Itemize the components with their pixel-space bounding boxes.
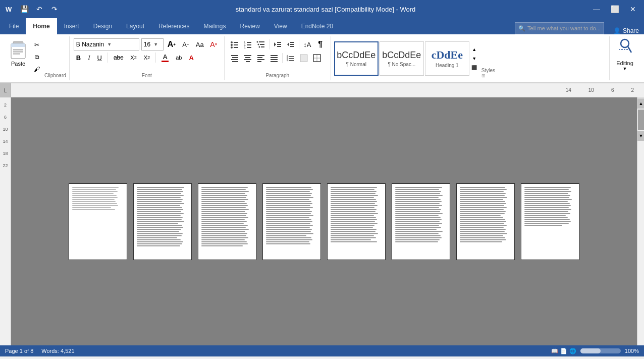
tab-file[interactable]: File <box>2 18 26 34</box>
page-6-content <box>395 187 447 242</box>
cut-button[interactable]: ✂ <box>31 39 42 50</box>
style-normal-label: ¶ Normal <box>346 62 366 67</box>
multilevel-button[interactable] <box>255 38 267 50</box>
shading-button[interactable] <box>298 52 310 64</box>
ruler-num-14: 14 <box>566 87 571 93</box>
pages-container[interactable] <box>11 97 637 345</box>
show-hide-button[interactable]: ¶ <box>314 38 327 50</box>
superscript-button[interactable]: X2 <box>141 52 152 63</box>
page-6 <box>392 183 450 260</box>
align-right-button[interactable] <box>229 52 241 64</box>
word-count: Words: 4,521 <box>41 348 74 354</box>
undo-button[interactable]: ↶ <box>32 2 46 16</box>
decrease-indent-button[interactable] <box>272 38 284 50</box>
style-heading1-preview: cDdEe <box>432 48 463 62</box>
svg-rect-33 <box>290 46 294 47</box>
svg-marker-30 <box>287 42 289 46</box>
font-shrink-button[interactable]: A− <box>180 38 192 50</box>
paste-button[interactable]: Paste <box>7 38 29 68</box>
justify-button[interactable] <box>268 52 280 64</box>
page-4 <box>262 183 321 260</box>
style-no-spacing[interactable]: bCcDdEe ¶ No Spac... <box>380 41 424 76</box>
increase-indent-button[interactable] <box>285 38 297 50</box>
tab-view[interactable]: View <box>267 18 294 34</box>
bold-button[interactable]: B <box>74 52 83 63</box>
styles-scroll-down[interactable]: ▼ <box>470 55 478 63</box>
view-read-button[interactable]: 📖 <box>551 348 558 354</box>
tell-me-text: Tell me what you want to do... <box>527 25 601 31</box>
tell-me-search[interactable]: 🔍 Tell me what you want to do... <box>515 22 604 34</box>
svg-rect-39 <box>245 57 250 58</box>
change-case-button[interactable]: Aa <box>194 38 206 50</box>
clipboard-section: Paste ✂ ⧉ 🖌 Clipboard <box>4 36 70 80</box>
font-grow-button[interactable]: A+ <box>166 38 178 50</box>
editing-button[interactable]: Editing ▼ <box>616 38 633 71</box>
strikethrough-button[interactable]: abc <box>111 52 126 63</box>
svg-point-58 <box>621 39 629 47</box>
tab-insert[interactable]: Insert <box>57 18 86 34</box>
text-color-button[interactable]: A <box>159 52 171 63</box>
svg-rect-44 <box>257 59 264 60</box>
tab-references[interactable]: References <box>151 18 196 34</box>
minimize-button[interactable]: — <box>589 2 604 16</box>
quick-access-toolbar: 💾 ↶ ↷ <box>17 2 62 16</box>
close-button[interactable]: ✕ <box>626 2 640 16</box>
styles-expand[interactable]: ⬛ <box>470 64 478 72</box>
styles-scroll-up[interactable]: ▲ <box>470 45 478 54</box>
view-print-button[interactable]: 📄 <box>560 348 567 354</box>
scroll-up-button[interactable]: ▲ <box>637 98 644 109</box>
scroll-thumb[interactable] <box>638 110 644 130</box>
italic-button[interactable]: I <box>85 52 92 63</box>
font-row1: B Nazanin ▼ 16 ▼ A+ A− Aa A✕ <box>74 38 220 50</box>
save-button[interactable]: 💾 <box>17 2 31 16</box>
style-heading1[interactable]: cDdEe Heading 1 <box>425 41 469 76</box>
scroll-down-button[interactable]: ▼ <box>637 131 644 141</box>
tab-layout[interactable]: Layout <box>119 18 151 34</box>
ruler-bar: L 14 10 6 2 <box>0 83 644 97</box>
title-bar: W 💾 ↶ ↷ standard va zarurat standard saz… <box>0 0 644 18</box>
tab-mailings[interactable]: Mailings <box>196 18 233 34</box>
page-7-content <box>460 187 511 242</box>
maximize-button[interactable]: ⬜ <box>608 2 622 16</box>
title-bar-right: — ⬜ ✕ <box>589 2 640 16</box>
share-button[interactable]: 👤 Share <box>608 27 644 34</box>
tab-endnote[interactable]: EndNote 20 <box>294 18 340 34</box>
svg-rect-9 <box>234 42 238 43</box>
borders-button[interactable] <box>311 52 323 64</box>
vertical-scrollbar[interactable]: ▲ ▼ <box>637 97 644 345</box>
svg-rect-48 <box>271 59 278 60</box>
ruler-corner[interactable]: L <box>0 83 11 97</box>
format-painter-button[interactable]: 🖌 <box>31 64 42 75</box>
tab-design[interactable]: Design <box>86 18 119 34</box>
style-normal[interactable]: bCcDdEe ¶ Normal <box>334 41 379 76</box>
align-left-button[interactable] <box>255 52 267 64</box>
tab-review[interactable]: Review <box>233 18 266 34</box>
page-info: Page 1 of 8 <box>5 348 33 354</box>
font-color-button[interactable]: A <box>186 52 196 63</box>
view-web-button[interactable]: 🌐 <box>569 348 576 354</box>
tab-home[interactable]: Home <box>26 18 57 34</box>
svg-rect-15 <box>247 42 251 43</box>
zoom-slider[interactable] <box>580 348 621 353</box>
font-name-arrow: ▼ <box>106 42 113 47</box>
left-ruler-22: 22 <box>3 163 8 168</box>
font-size-selector[interactable]: 16 ▼ <box>141 38 164 50</box>
sort-button[interactable]: ↕A <box>301 38 313 50</box>
svg-rect-49 <box>271 61 278 62</box>
bullets-button[interactable] <box>229 38 241 50</box>
line-spacing-button[interactable] <box>285 52 297 64</box>
styles-expand-icon[interactable]: ⊞ <box>481 73 495 78</box>
subscript-button[interactable]: X2 <box>128 52 139 63</box>
clear-format-button[interactable]: A✕ <box>208 38 220 50</box>
left-ruler-6: 6 <box>4 115 7 120</box>
redo-button[interactable]: ↷ <box>47 2 62 16</box>
underline-button[interactable]: U <box>95 52 104 63</box>
highlight-button[interactable]: ab <box>173 52 184 63</box>
svg-rect-5 <box>13 49 23 50</box>
svg-rect-13 <box>234 47 238 48</box>
numbering-button[interactable]: 1.2.3. <box>242 38 254 50</box>
align-center-button[interactable] <box>242 52 254 64</box>
document-area: 2 6 10 14 18 22 <box>0 97 644 345</box>
font-name-selector[interactable]: B Nazanin ▼ <box>74 38 139 50</box>
copy-button[interactable]: ⧉ <box>31 52 42 63</box>
